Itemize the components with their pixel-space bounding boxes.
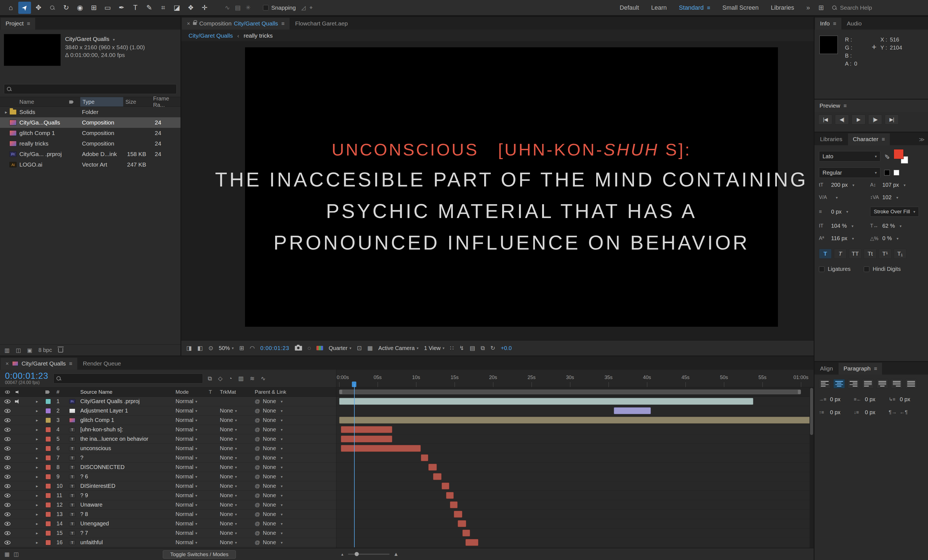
trkmat-select[interactable]: None▾ — [220, 539, 253, 546]
timeline-graph-area[interactable]: 0:00s05s10s15s20s25s30s35s40s45s50s55s01… — [336, 370, 814, 548]
space-after-field[interactable]: ↓≡0 px — [854, 409, 889, 415]
layer-track[interactable] — [336, 397, 814, 406]
zoom-tool-icon[interactable] — [46, 2, 59, 14]
layer-track[interactable] — [336, 510, 814, 519]
expand-arrow-icon[interactable]: ▸ — [36, 427, 46, 432]
expand-arrow-icon[interactable]: ▸ — [36, 474, 46, 479]
workspace-libraries[interactable]: Libraries — [771, 4, 794, 11]
trkmat-select[interactable]: None▾ — [220, 436, 253, 442]
vertical-scale-field[interactable]: 104 %▾ — [819, 223, 870, 229]
layer-duration-bar[interactable] — [341, 445, 421, 452]
layer-duration-bar[interactable] — [458, 520, 466, 527]
zoom-select[interactable]: 50%▾ — [219, 345, 234, 352]
column-trkmat[interactable]: TrkMat — [220, 389, 253, 395]
layer-track[interactable] — [336, 472, 814, 481]
tab-render-queue[interactable]: Render Queue — [78, 358, 126, 370]
region-of-interest-icon[interactable]: ⊡ — [357, 345, 362, 352]
toggle-switches-modes-button[interactable]: Toggle Switches / Modes — [163, 550, 236, 558]
trkmat-select[interactable]: None▾ — [220, 455, 253, 461]
visibility-eye-icon[interactable] — [5, 447, 11, 450]
fill-color-front[interactable] — [894, 149, 904, 159]
layer-row[interactable]: ▸4[uhn-kon-shuh s]:Normal▾None▾@None▾ — [0, 425, 336, 434]
layer-duration-bar[interactable] — [339, 398, 753, 405]
next-frame-button[interactable]: |▶ — [868, 114, 882, 125]
layer-duration-bar[interactable] — [341, 435, 392, 443]
tab-paragraph[interactable]: Paragraph≡ — [839, 363, 882, 374]
magnify-region-icon[interactable]: ⊙ — [209, 345, 214, 352]
trkmat-select[interactable]: None▾ — [220, 530, 253, 536]
mode-select[interactable]: Normal▾ — [176, 426, 209, 433]
home-tool-icon[interactable]: ⌂ — [5, 2, 17, 14]
column-type[interactable]: Type — [80, 97, 123, 107]
project-item-row[interactable]: LOGO.aiVector Art247 KB — [0, 159, 180, 170]
layer-row[interactable]: ▸13? 8Normal▾None▾@None▾ — [0, 510, 336, 519]
align-center-button[interactable] — [833, 379, 845, 388]
layer-duration-bar[interactable] — [421, 454, 429, 461]
pickwhip-icon[interactable]: @ — [255, 446, 260, 452]
breadcrumb-current[interactable]: really tricks — [244, 32, 273, 39]
pickwhip-icon[interactable]: @ — [255, 399, 260, 405]
tracking-field[interactable]: 102▾ — [870, 194, 923, 201]
layer-row[interactable]: ▸7?Normal▾None▾@None▾ — [0, 453, 336, 463]
puppet-pin-tool-icon[interactable]: ✛ — [198, 2, 211, 14]
expand-transfer-controls-icon[interactable]: ◫ — [14, 551, 19, 557]
pickwhip-icon[interactable]: @ — [255, 417, 260, 423]
timeline-vertical-scrollbar[interactable] — [809, 387, 814, 548]
layer-name[interactable]: City/Garet Qualls .prproj — [80, 398, 176, 405]
layer-track[interactable] — [336, 528, 814, 538]
layer-color-chip[interactable] — [46, 455, 56, 461]
snap-option-icon-2[interactable]: ⌖ — [310, 5, 313, 11]
pickwhip-icon[interactable]: @ — [255, 511, 260, 517]
pickwhip-icon[interactable]: @ — [255, 540, 260, 546]
tab-character[interactable]: Character≡ — [848, 133, 890, 145]
set-black-swatch-icon[interactable] — [884, 170, 890, 175]
layer-track[interactable] — [336, 491, 814, 500]
layer-color-chip[interactable] — [46, 474, 56, 479]
mode-select[interactable]: Normal▾ — [176, 408, 209, 414]
tab-timeline-comp[interactable]: × City/Garet Qualls ≡ — [0, 358, 77, 370]
align-left-button[interactable] — [819, 379, 830, 388]
expand-arrow-icon[interactable]: ▸ — [0, 110, 7, 115]
visibility-eye-icon[interactable] — [5, 466, 11, 469]
tab-libraries[interactable]: Libraries — [815, 133, 847, 145]
parent-link-select[interactable]: @None▾ — [253, 511, 336, 517]
panel-menu-icon[interactable]: ≡ — [69, 361, 73, 367]
toolbar-extra-icon-3[interactable]: ✳ — [246, 4, 250, 11]
expand-arrow-icon[interactable]: ▸ — [36, 437, 46, 441]
layer-duration-bar[interactable] — [433, 473, 441, 480]
mode-select[interactable]: Normal▾ — [176, 511, 209, 517]
layer-name[interactable]: ? 9 — [80, 492, 176, 499]
tab-composition[interactable]: × Composition City/Garet Qualls ≡ — [182, 18, 290, 30]
layer-row[interactable]: ▸8DISCONNECTEDNormal▾None▾@None▾ — [0, 463, 336, 472]
orbit-camera-tool-icon[interactable]: ↻ — [60, 2, 73, 14]
trkmat-select[interactable]: None▾ — [220, 445, 253, 452]
all-caps-button[interactable]: TT — [849, 249, 862, 259]
pickwhip-icon[interactable]: @ — [255, 464, 260, 470]
mode-select[interactable]: Normal▾ — [176, 520, 209, 527]
mode-select[interactable]: Normal▾ — [176, 492, 209, 499]
fill-color-swatch[interactable] — [894, 149, 908, 163]
eyedropper-icon[interactable]: ✎ — [884, 152, 890, 160]
layer-name[interactable]: the ina...luence on behavior — [80, 436, 176, 442]
trkmat-select[interactable]: None▾ — [220, 408, 253, 414]
expand-arrow-icon[interactable]: ▸ — [36, 418, 46, 423]
layer-row[interactable]: ▸16unfaithfulNormal▾None▾@None▾ — [0, 538, 336, 547]
trkmat-select[interactable]: None▾ — [220, 502, 253, 508]
text-direction-rtl-icon[interactable]: ←¶ — [899, 409, 908, 415]
layer-track[interactable] — [336, 434, 814, 444]
layer-color-chip[interactable] — [46, 502, 56, 508]
parent-link-select[interactable]: @None▾ — [253, 530, 336, 536]
expand-arrow-icon[interactable]: ▸ — [36, 521, 46, 526]
column-size[interactable]: Size — [123, 99, 151, 105]
align-justify-left-button[interactable] — [862, 379, 874, 388]
fast-previews-icon[interactable]: ↯ — [459, 345, 464, 352]
parent-link-select[interactable]: @None▾ — [253, 520, 336, 527]
column-mode[interactable]: Mode — [176, 389, 209, 395]
parent-link-select[interactable]: @None▾ — [253, 455, 336, 461]
visibility-eye-icon[interactable] — [5, 541, 11, 545]
tab-project[interactable]: Project ≡ — [0, 18, 35, 30]
expand-arrow-icon[interactable]: ▸ — [36, 455, 46, 460]
project-search-input[interactable] — [4, 84, 177, 94]
mode-select[interactable]: Normal▾ — [176, 483, 209, 489]
layer-name[interactable]: DISCONNECTED — [80, 464, 176, 470]
